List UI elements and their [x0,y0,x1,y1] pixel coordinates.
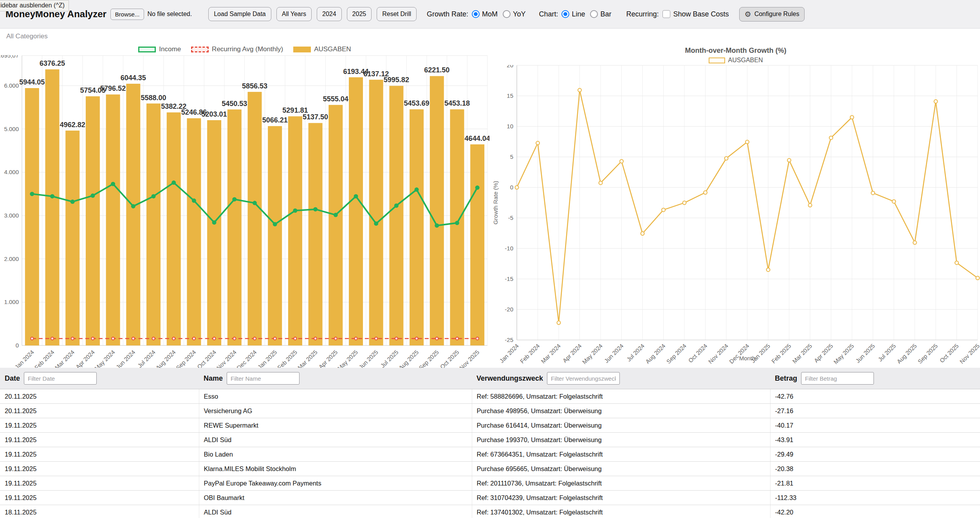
table-row[interactable]: 20.11.2025Versicherung AGPurchase 498956… [0,404,980,418]
expense-bar[interactable] [207,120,221,345]
expense-bar[interactable] [309,123,323,345]
expense-bar[interactable] [389,86,403,345]
chart-toggle-label: Chart: [539,10,558,18]
expense-bar[interactable] [268,126,282,345]
x-tick-label: Aug 2024 [154,349,177,368]
chart-bar-radio[interactable] [590,10,598,18]
legend-item-income[interactable]: Income [138,45,181,53]
recurring-swatch-icon [191,47,209,52]
verwendungszweck-filter-input[interactable] [547,372,620,385]
growth-point [662,208,665,212]
file-status: No file selected. [147,11,192,18]
breadcrumb[interactable]: All Categories [6,32,48,40]
income-point [374,221,378,226]
expenses-chart: Income Recurring Avg (Monthly) AUSGABEN … [0,43,489,368]
transactions-table-wrap: Date Name Verwendungszweck Betrag 20.11.… [0,368,980,518]
table-row[interactable]: 20.11.2025EssoRef: 588826696, Umsatzart:… [0,389,980,404]
income-point [253,201,257,205]
gear-icon: ⚙ [745,11,751,18]
bar-value-label: 5066.21 [262,116,288,124]
recurring-avg-point [456,337,458,340]
legend-item-recurring-avg[interactable]: Recurring Avg (Monthly) [191,45,283,53]
growth-point [767,268,770,272]
recurring-avg-point [91,337,94,340]
growth-rate-mom-radio[interactable] [472,10,480,18]
name-filter-input[interactable] [227,372,300,385]
reset-drill-button[interactable]: Reset Drill [377,7,417,21]
chart-bar-label[interactable]: Bar [600,10,611,18]
table-row[interactable]: 19.11.2025Bio LadenRef: 673664351, Umsat… [0,447,980,462]
expense-bar[interactable] [126,84,140,345]
income-point [475,185,480,190]
y-tick-label: -20 [505,306,513,313]
expense-bar[interactable] [288,116,302,345]
expense-bar[interactable] [65,131,79,345]
x-tick-label: Sep 2024 [175,349,197,368]
expense-bar[interactable] [45,69,60,345]
expense-bar[interactable] [369,80,383,345]
growth-point [641,232,644,235]
year-2024-button[interactable]: 2024 [317,7,342,21]
x-tick-label: Nov 2024 [707,342,729,365]
expense-bar[interactable] [146,104,161,345]
configure-rules-button[interactable]: ⚙ Configure Rules [739,7,805,22]
expense-bar[interactable] [86,96,100,345]
show-base-costs-label[interactable]: Show Base Costs [673,10,729,18]
date-filter-input[interactable] [24,372,97,385]
x-tick-label: Oct 2025 [938,342,960,364]
load-sample-data-button[interactable]: Load Sample Data [208,7,271,21]
browse-button[interactable]: Browse... [110,9,144,20]
growth-point [725,156,728,160]
expense-bar[interactable] [410,109,424,345]
recurring-avg-point [152,337,155,340]
legend-item-growth-ausgaben[interactable]: AUSGABEN [709,57,763,64]
year-2025-button[interactable]: 2025 [347,7,372,21]
x-tick-label: May 2024 [93,349,116,368]
y-tick-label: -25 [505,336,513,343]
x-tick-label: Aug 2025 [397,349,420,368]
x-tick-label: Apr 2024 [561,342,583,364]
growth-rate-yoy-label[interactable]: YoY [513,10,525,18]
income-point [394,203,399,208]
chart-line-label[interactable]: Line [572,10,585,18]
show-base-costs-checkbox[interactable] [662,10,670,18]
expense-bar[interactable] [349,77,363,345]
date-cell: 20.11.2025 [0,404,199,418]
name-cell: ALDI Süd [199,505,472,518]
expense-bar[interactable] [227,110,242,345]
legend-recurring-label: Recurring Avg (Monthly) [212,45,283,53]
growth-rate-mom-label[interactable]: MoM [482,10,498,18]
table-row[interactable]: 19.11.2025REWE SupermarktPurchase 616414… [0,418,980,433]
legend-item-ausgaben[interactable]: AUSGABEN [293,45,351,53]
table-row[interactable]: 18.11.2025ALDI SüdRef: 137401302, Umsatz… [0,505,980,518]
expense-bar[interactable] [450,109,464,345]
recurring-avg-point [253,337,256,340]
expense-bar[interactable] [470,144,484,345]
bar-value-label: 4962.82 [60,121,85,129]
growth-rate-yoy-radio[interactable] [503,10,511,18]
expense-bar[interactable] [430,76,444,345]
chart-line-radio[interactable] [561,10,569,18]
expense-bar[interactable] [106,94,120,345]
betrag-filter-input[interactable] [801,372,874,385]
y-tick-label: 1.000 [4,299,19,305]
x-tick-label: Feb 2025 [770,342,792,365]
transactions-body: 20.11.2025EssoRef: 588826696, Umsatzart:… [0,389,980,518]
expense-bar[interactable] [328,105,343,345]
expense-bar[interactable] [187,118,201,345]
name-cell: OBI Baumarkt [199,491,472,505]
recurring-avg-point [213,337,216,340]
expense-bar[interactable] [25,88,39,345]
expense-bar[interactable] [248,92,262,345]
expense-bar[interactable] [167,112,181,345]
bar-value-label: 6221.50 [424,66,449,74]
income-point [435,223,439,228]
date-cell: 20.11.2025 [0,389,199,404]
table-row[interactable]: 19.11.2025ALDI SüdPurchase 199370, Umsat… [0,433,980,447]
table-row[interactable]: 19.11.2025Klarna.MILES Mobilit Stockholm… [0,462,980,476]
recurring-avg-point [31,337,33,340]
all-years-button[interactable]: All Years [276,7,312,21]
table-row[interactable]: 19.11.2025OBI BaumarktRef: 310704239, Um… [0,491,980,505]
charts-area: Income Recurring Avg (Monthly) AUSGABEN … [0,43,980,368]
table-row[interactable]: 19.11.2025PayPal Europe Takeaway.com Pay… [0,476,980,491]
